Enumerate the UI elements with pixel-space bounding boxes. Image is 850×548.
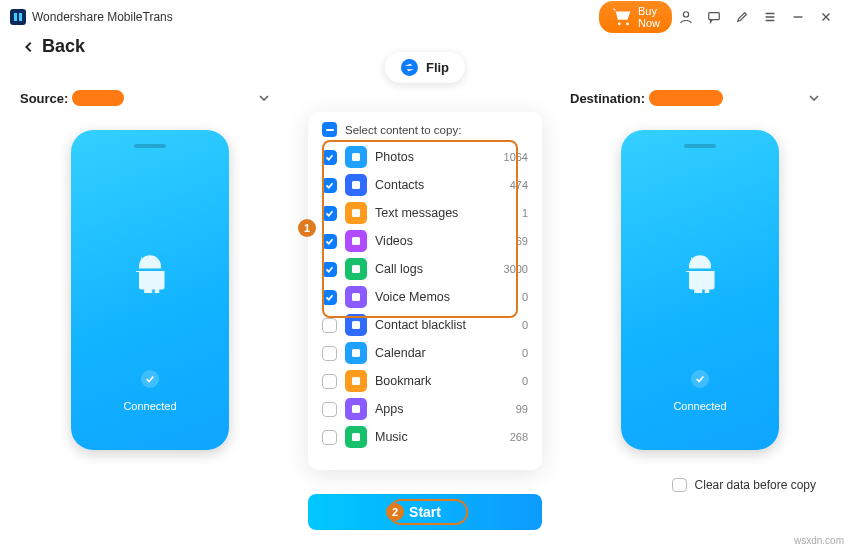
content-row: Music268 <box>312 423 538 451</box>
svg-rect-14 <box>352 377 360 385</box>
select-all-checkbox[interactable] <box>322 122 337 137</box>
content-name: Music <box>375 430 492 444</box>
svg-rect-0 <box>14 13 17 21</box>
annotation-badge-1: 1 <box>298 219 316 237</box>
content-count: 0 <box>500 319 528 331</box>
content-name: Bookmark <box>375 374 492 388</box>
svg-rect-1 <box>19 13 22 21</box>
content-count: 99 <box>500 403 528 415</box>
check-icon <box>691 370 709 388</box>
feedback-icon[interactable] <box>700 3 728 31</box>
content-name: Calendar <box>375 346 492 360</box>
chevron-down-icon <box>808 92 820 104</box>
svg-rect-15 <box>352 405 360 413</box>
watermark: wsxdn.com <box>794 535 844 546</box>
flip-button[interactable]: Flip <box>385 52 465 83</box>
app-icon <box>10 9 26 25</box>
content-name: Contact blacklist <box>375 318 492 332</box>
check-icon <box>141 370 159 388</box>
minimize-button[interactable] <box>784 3 812 31</box>
content-row: Bookmark0 <box>312 367 538 395</box>
buy-now-button[interactable]: Buy Now <box>599 1 672 33</box>
back-button[interactable]: Back <box>22 36 85 57</box>
destination-phone: Connected <box>621 130 779 450</box>
clear-data-checkbox[interactable] <box>672 478 687 492</box>
svg-rect-12 <box>352 321 360 329</box>
source-device-name <box>72 90 124 106</box>
svg-rect-13 <box>352 349 360 357</box>
chevron-left-icon <box>22 40 36 54</box>
source-selector[interactable]: Source: <box>20 90 280 106</box>
destination-selector[interactable]: Destination: <box>570 90 830 106</box>
source-label: Source: <box>20 91 68 106</box>
content-row: Calendar0 <box>312 339 538 367</box>
svg-rect-5 <box>709 13 720 20</box>
app-title: Wondershare MobileTrans <box>32 10 173 24</box>
content-name: Apps <box>375 402 492 416</box>
android-icon <box>129 252 171 294</box>
select-header: Select content to copy: <box>345 124 461 136</box>
cart-icon <box>611 6 633 28</box>
content-type-icon <box>345 398 367 420</box>
content-type-icon <box>345 342 367 364</box>
close-button[interactable] <box>812 3 840 31</box>
svg-rect-16 <box>352 433 360 441</box>
source-phone: Connected <box>71 130 229 450</box>
svg-point-4 <box>683 12 688 17</box>
content-count: 0 <box>500 375 528 387</box>
content-checkbox[interactable] <box>322 374 337 389</box>
content-type-icon <box>345 370 367 392</box>
chevron-down-icon <box>258 92 270 104</box>
account-icon[interactable] <box>672 3 700 31</box>
start-button[interactable]: Start 2 <box>308 494 542 530</box>
content-checkbox[interactable] <box>322 402 337 417</box>
svg-point-3 <box>626 22 629 25</box>
content-checkbox[interactable] <box>322 346 337 361</box>
content-checkbox[interactable] <box>322 430 337 445</box>
content-count: 0 <box>500 347 528 359</box>
content-count: 268 <box>500 431 528 443</box>
back-label: Back <box>42 36 85 57</box>
clear-data-option[interactable]: Clear data before copy <box>672 478 816 492</box>
svg-point-2 <box>618 22 621 25</box>
source-status: Connected <box>71 400 229 412</box>
edit-icon[interactable] <box>728 3 756 31</box>
clear-data-label: Clear data before copy <box>695 478 816 492</box>
android-icon <box>679 252 721 294</box>
flip-label: Flip <box>426 60 449 75</box>
destination-label: Destination: <box>570 91 645 106</box>
content-type-icon <box>345 426 367 448</box>
titlebar: Wondershare MobileTrans Buy Now <box>0 0 850 34</box>
annotation-badge-2: 2 <box>386 503 404 521</box>
buy-now-label: Buy Now <box>638 5 660 29</box>
swap-icon <box>401 59 418 76</box>
destination-status: Connected <box>621 400 779 412</box>
content-checkbox[interactable] <box>322 318 337 333</box>
content-row: Apps99 <box>312 395 538 423</box>
menu-icon[interactable] <box>756 3 784 31</box>
destination-device-name <box>649 90 723 106</box>
annotation-box-1 <box>322 140 518 318</box>
